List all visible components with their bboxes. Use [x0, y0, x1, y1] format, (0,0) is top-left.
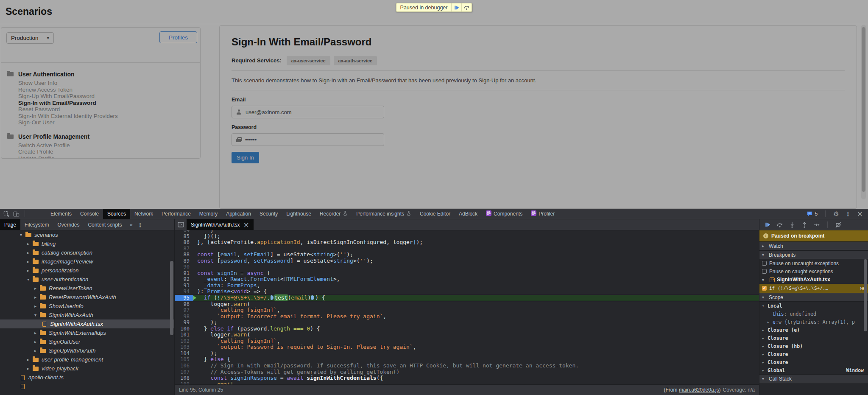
resume-script-button[interactable] [451, 3, 461, 11]
tree-folder-renewusertoken[interactable]: RenewUserToken [0, 284, 174, 293]
inspect-element-icon[interactable] [3, 211, 10, 217]
navigator-tab-overrides[interactable]: Overrides [53, 219, 84, 230]
deactivate-breakpoints-icon[interactable] [835, 221, 842, 228]
checkbox-pause-on-caught-exceptions[interactable] [762, 269, 767, 274]
tree-folder-signupwithaxauth[interactable]: SignUpWithAxAuth [0, 346, 174, 355]
sidebar-item-sign-up-with-email-password[interactable]: Sign-Up With Email/Password [18, 93, 200, 100]
code-line[interactable]: 96 logger.warn( [175, 301, 759, 308]
code-line[interactable]: 100 } else if (password.length === 0) { [175, 326, 759, 332]
code-line[interactable]: 89const [password, setPassword] = useSta… [175, 258, 759, 264]
devtools-tab-sources[interactable]: Sources [103, 209, 130, 219]
navigator-more-options-icon[interactable] [137, 221, 143, 228]
sidebar-item-show-user-info[interactable]: Show User Info [18, 80, 200, 87]
devtools-tab-memory[interactable]: Memory [195, 209, 222, 219]
navigator-tab-page[interactable]: Page [0, 219, 20, 230]
devtools-tab-performance[interactable]: Performance [157, 209, 195, 219]
file-tree-scrollbar[interactable] [170, 261, 173, 335]
code-line[interactable]: 97 `calling [signIn]`, [175, 307, 759, 314]
sidebar-item-sign-in-with-email-password[interactable]: Sign-In with Email/Password [18, 100, 200, 106]
sidebar-item-sign-in-with-external-identity-providers[interactable]: Sign-In With External Identity Providers [18, 113, 200, 120]
tree-file-apollo-client-ts[interactable]: apollo-client.ts [0, 373, 174, 382]
tree-folder-showuserinfo[interactable]: ShowUserInfo [0, 302, 174, 311]
code-line[interactable]: 87 [175, 246, 759, 252]
tree-folder-resetpasswordwithaxauth[interactable]: ResetPasswordWithAxAuth [0, 293, 174, 302]
devtools-tab-recorder[interactable]: Recorder [315, 209, 352, 219]
step-over-button[interactable] [461, 3, 472, 11]
step-out-icon[interactable] [801, 221, 808, 228]
devtools-tab-performance-insights[interactable]: Performance insights [352, 209, 416, 219]
tree-folder-scenarios[interactable]: scenarios [0, 230, 174, 239]
devtools-tab-elements[interactable]: Elements [46, 209, 76, 219]
devtools-tab-lighthouse[interactable]: Lighthouse [282, 209, 315, 219]
code-line[interactable]: 95 if (!/\S+@\S+\.\S+/.test(email)) { [175, 295, 759, 301]
scope-row-global[interactable]: GlobalWindow [759, 366, 868, 374]
breakpoint-entry[interactable]: if (!/\S+@\S+\.\S+/.… 95 [759, 284, 868, 293]
code-line[interactable]: 93 _data: FormProps, [175, 283, 759, 289]
tree-folder-user-authentication[interactable]: user-authentication [0, 275, 174, 284]
code-line[interactable]: 105 } else { [175, 356, 759, 363]
devtools-tab-components[interactable]: Components [482, 209, 527, 219]
scope-row-e[interactable]: e: w {tryEntries: Array(1), p [759, 318, 868, 326]
code-line[interactable]: 99 ); [175, 319, 759, 326]
sidebar-item-switch-active-profile[interactable]: Switch Active Profile [18, 142, 200, 149]
tree-folder-user-profile-management[interactable]: user-profile-management [0, 355, 174, 364]
scope-section-header[interactable]: Scope [759, 293, 868, 302]
sidebar-item-update-profile[interactable]: Update Profile [18, 155, 200, 159]
tree-folder-signinwithexternalidps[interactable]: SignInWithExternalIdps [0, 328, 174, 337]
debugger-scrollbar[interactable] [864, 259, 867, 331]
tree-folder-personalization[interactable]: personalization [0, 266, 174, 275]
email-input[interactable]: user@axinom.com [232, 106, 384, 118]
sidebar-item-renew-access-token[interactable]: Renew Access Token [18, 87, 200, 93]
checkbox-pause-on-uncaught-exceptions[interactable] [762, 261, 767, 266]
sidebar-item-reset-password[interactable]: Reset Password [18, 106, 200, 113]
tree-folder-catalog-consumption[interactable]: catalog-consumption [0, 248, 174, 257]
settings-gear-icon[interactable] [833, 210, 839, 218]
close-tab-icon[interactable] [243, 221, 249, 229]
scope-row-closure[interactable]: Closure [759, 358, 868, 366]
code-line[interactable]: 107 // Access-Tokens will get generated … [175, 369, 759, 375]
environment-select[interactable]: Production [6, 32, 54, 44]
more-tabs-icon[interactable] [129, 221, 133, 228]
resume-script-icon[interactable] [765, 221, 771, 228]
code-line[interactable]: 101 logger.warn( [175, 332, 759, 338]
code-line[interactable]: 91const signIn = async ( [175, 270, 759, 277]
devtools-tab-application[interactable]: Application [222, 209, 255, 219]
editor-tab-signinwithaxauth[interactable]: SignInWithAxAuth.tsx [187, 219, 254, 230]
code-line[interactable]: 106 // Sign-In with email/password. If s… [175, 363, 759, 369]
step-over-icon[interactable] [776, 221, 783, 228]
navigator-tab-filesystem[interactable]: Filesystem [20, 219, 53, 230]
code-line[interactable]: 103 `output: Password is required to Sig… [175, 344, 759, 350]
tree-folder-signoutuser[interactable]: SignOutUser [0, 337, 174, 346]
step-into-icon[interactable] [789, 221, 795, 228]
source-file-link[interactable]: main.a620de0a.js [679, 387, 719, 393]
scope-row-this[interactable]: this: undefined [759, 310, 868, 318]
sidebar-section-header[interactable]: User Authentication [1, 68, 200, 80]
step-marker-icon[interactable] [271, 295, 274, 300]
profiles-button[interactable]: Profiles [159, 31, 197, 43]
scope-row-local[interactable]: Local [759, 302, 868, 310]
password-input[interactable]: •••••• [232, 133, 384, 146]
device-toolbar-icon[interactable] [13, 211, 20, 217]
tree-file-item[interactable] [0, 382, 174, 391]
tree-folder-billing[interactable]: billing [0, 239, 174, 248]
devtools-tab-security[interactable]: Security [255, 209, 282, 219]
code-line[interactable]: 104 ); [175, 350, 759, 357]
scope-row-closure-hb[interactable]: Closure (hb) [759, 342, 868, 350]
code-line[interactable]: 92 _event: React.FormEvent<HTMLFormEleme… [175, 276, 759, 283]
watch-section-header[interactable]: Watch [759, 241, 868, 250]
tree-folder-image-imagepreview[interactable]: image/ImagePreview [0, 257, 174, 266]
devtools-tab-profiler[interactable]: Profiler [527, 209, 559, 219]
devtools-tab-console[interactable]: Console [76, 209, 103, 219]
tree-file-signinwithaxauth-tsx[interactable]: SignInWithAxAuth.tsx [0, 319, 174, 328]
sidebar-item-sign-out-user[interactable]: Sign-Out User [18, 119, 200, 126]
breakpoints-section-header[interactable]: Breakpoints [759, 250, 868, 259]
more-options-icon[interactable] [845, 210, 851, 217]
devtools-tab-cookie-editor[interactable]: Cookie Editor [416, 209, 455, 219]
toggle-navigator-icon[interactable] [175, 219, 187, 230]
sign-in-button[interactable]: Sign In [232, 152, 259, 163]
tree-folder-signinwithaxauth[interactable]: SignInWithAxAuth [0, 311, 174, 319]
tree-folder-video-playback[interactable]: video-playback [0, 364, 174, 373]
issues-button[interactable]: 5 [807, 211, 818, 217]
step-marker-icon[interactable] [311, 295, 314, 300]
page-scrollbar-thumb[interactable] [862, 27, 865, 192]
